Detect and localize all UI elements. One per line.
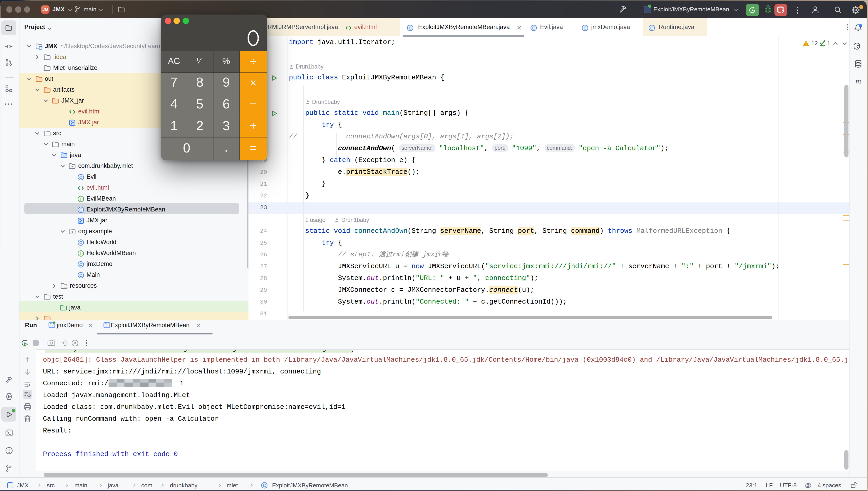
svg-text:2: 2 <box>782 9 784 14</box>
